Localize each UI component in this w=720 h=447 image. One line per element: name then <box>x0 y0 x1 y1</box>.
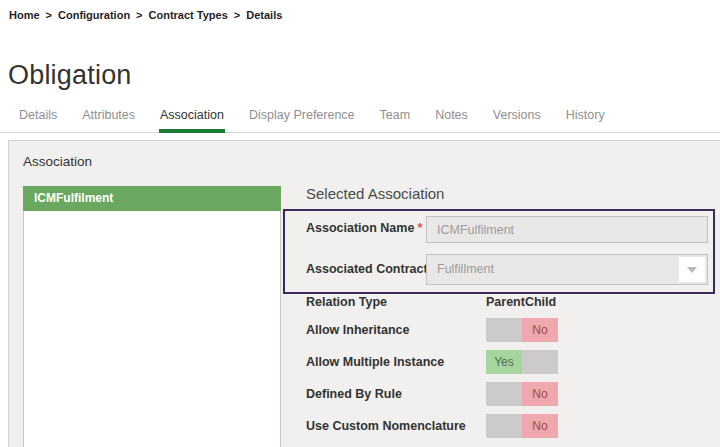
dropdown-arrow-button[interactable] <box>679 257 705 282</box>
tab-bar: Details Attributes Association Display P… <box>0 100 720 133</box>
allow-inheritance-label: Allow Inheritance <box>306 323 410 337</box>
chevron-down-icon <box>687 267 697 273</box>
tab-history[interactable]: History <box>565 102 606 132</box>
association-name-input[interactable] <box>426 216 708 243</box>
tab-attributes[interactable]: Attributes <box>81 102 136 132</box>
selected-association-heading: Selected Association <box>306 185 444 202</box>
association-list[interactable] <box>23 211 281 447</box>
toggle-off-segment <box>486 318 522 342</box>
allow-multiple-instance-toggle[interactable]: Yes <box>486 350 558 374</box>
association-list-item-icmfulfilment[interactable]: ICMFulfilment <box>23 186 281 211</box>
relation-type-label: Relation Type <box>306 295 387 309</box>
allow-multiple-instance-label: Allow Multiple Instance <box>306 355 444 369</box>
use-custom-nomenclature-toggle[interactable]: No <box>486 414 558 438</box>
toggle-value-segment: No <box>522 382 558 406</box>
tab-notes[interactable]: Notes <box>434 102 469 132</box>
breadcrumb-configuration[interactable]: Configuration <box>58 9 130 21</box>
tab-display-preference[interactable]: Display Preference <box>248 102 356 132</box>
tab-team[interactable]: Team <box>379 102 412 132</box>
association-panel: Association ICMFulfilment Selected Assoc… <box>8 140 720 447</box>
defined-by-rule-label: Defined By Rule <box>306 387 402 401</box>
relation-type-value: ParentChild <box>486 295 556 309</box>
toggle-value-segment: No <box>522 414 558 438</box>
breadcrumb-contract-types[interactable]: Contract Types <box>149 9 228 21</box>
tab-details[interactable]: Details <box>18 102 58 132</box>
breadcrumb-separator: > <box>46 9 52 21</box>
use-custom-nomenclature-label: Use Custom Nomenclature <box>306 419 466 433</box>
toggle-value-segment: No <box>522 318 558 342</box>
association-name-label: Association Name* <box>306 221 422 235</box>
toggle-off-segment <box>486 382 522 406</box>
panel-title: Association <box>23 154 92 169</box>
tab-versions[interactable]: Versions <box>492 102 542 132</box>
breadcrumb: Home > Configuration > Contract Types > … <box>9 9 282 21</box>
toggle-off-segment <box>486 414 522 438</box>
page-title: Obligation <box>8 60 132 91</box>
toggle-value-segment: Yes <box>486 350 522 374</box>
associated-contract-type-select[interactable]: Fulfillment <box>426 254 708 285</box>
allow-inheritance-toggle[interactable]: No <box>486 318 558 342</box>
required-asterisk: * <box>417 221 422 235</box>
toggle-off-segment <box>522 350 558 374</box>
tab-association[interactable]: Association <box>159 102 225 132</box>
breadcrumb-separator: > <box>234 9 240 21</box>
breadcrumb-separator: > <box>136 9 142 21</box>
breadcrumb-details: Details <box>246 9 282 21</box>
select-value: Fulfillment <box>437 255 494 284</box>
breadcrumb-home[interactable]: Home <box>9 9 40 21</box>
defined-by-rule-toggle[interactable]: No <box>486 382 558 406</box>
